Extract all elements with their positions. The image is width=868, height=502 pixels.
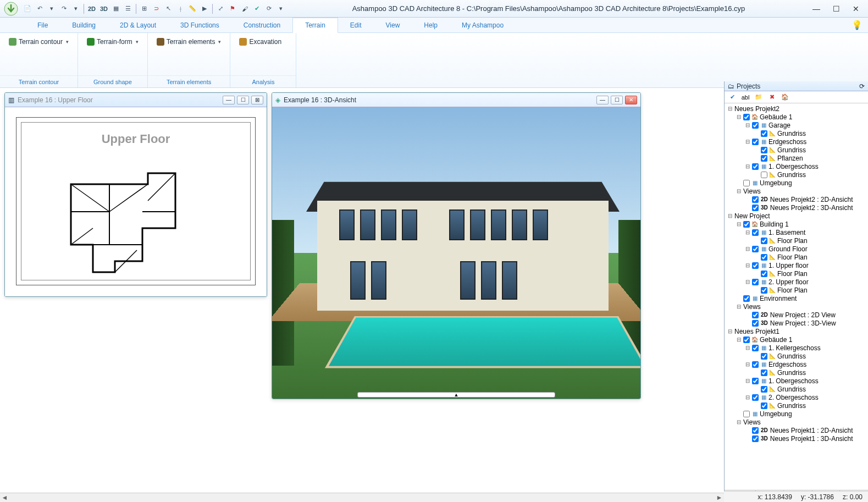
visibility-checkbox[interactable] xyxy=(761,130,767,137)
expand-icon[interactable]: ⊟ xyxy=(736,419,742,425)
tree-item[interactable]: ⊟Views xyxy=(725,187,868,195)
child-window-3d[interactable]: ◈ Example 16 : 3D-Ansicht — ☐ ✕ xyxy=(272,92,641,399)
qat-redo-icon[interactable]: ↷ xyxy=(58,3,69,14)
home-icon[interactable]: 🏠 xyxy=(779,92,790,102)
visibility-checkbox[interactable] xyxy=(761,238,767,244)
expand-icon[interactable]: ⊟ xyxy=(727,106,733,112)
menu-help[interactable]: Help xyxy=(412,18,450,32)
tree-item[interactable]: ⊟New Project xyxy=(725,212,868,220)
child-maximize-button[interactable]: ☐ xyxy=(611,96,623,104)
app-menu-button[interactable] xyxy=(2,0,20,18)
tree-item[interactable]: 2DNew Project : 2D View xyxy=(725,311,868,319)
visibility-checkbox[interactable] xyxy=(752,435,759,442)
menu-terrain[interactable]: Terrain xyxy=(292,18,338,33)
tree-item[interactable]: ⊟▦Erdgeschoss xyxy=(725,360,868,368)
qat-list-icon[interactable]: ☰ xyxy=(123,3,134,14)
visibility-checkbox[interactable] xyxy=(743,411,750,417)
tree-item[interactable]: 📐Floor Plan xyxy=(725,286,868,294)
scroll-thumb[interactable] xyxy=(9,493,715,502)
qat-check-icon[interactable]: ✔ xyxy=(251,3,262,14)
qat-magnet-icon[interactable]: ⊃ xyxy=(151,3,162,14)
qat-select-icon[interactable]: ▶ xyxy=(199,3,210,14)
expand-icon[interactable]: ⊟ xyxy=(736,188,742,194)
help-icon[interactable]: 💡 xyxy=(846,18,868,32)
visibility-checkbox[interactable] xyxy=(752,361,759,368)
visibility-checkbox[interactable] xyxy=(761,353,767,360)
expand-icon[interactable]: ⊟ xyxy=(744,229,751,235)
child-maximize-button[interactable]: ☐ xyxy=(237,96,249,104)
check-icon[interactable]: ✔ xyxy=(727,92,738,102)
expand-icon[interactable]: ⊟ xyxy=(744,139,751,145)
tree-item[interactable]: ⊟▦1. Kellergeschoss xyxy=(725,344,868,352)
visibility-checkbox[interactable] xyxy=(752,345,759,351)
qat-dropdown-icon[interactable]: ▾ xyxy=(70,3,81,14)
visibility-checkbox[interactable] xyxy=(752,394,759,401)
tree-item[interactable]: 📐Floor Plan xyxy=(725,236,868,245)
child-close-button[interactable]: ⊠ xyxy=(251,96,263,104)
tree-item[interactable]: ⊟▦1. Basement xyxy=(725,228,868,236)
tree-item[interactable]: 📐Pflanzen xyxy=(725,154,868,162)
tree-item[interactable]: ▦Umgebung xyxy=(725,410,868,418)
tree-item[interactable]: ⊟▦1. Obergeschoss xyxy=(725,377,868,385)
child-minimize-button[interactable]: — xyxy=(596,96,609,104)
tree-item[interactable]: ⊟Neues Projekt1 xyxy=(725,327,868,335)
visibility-checkbox[interactable] xyxy=(752,246,759,252)
visibility-checkbox[interactable] xyxy=(761,287,767,294)
tree-item[interactable]: ▦Environment xyxy=(725,294,868,302)
qat-undo-icon[interactable]: ↶ xyxy=(34,3,45,14)
expand-icon[interactable]: ⊟ xyxy=(744,361,751,367)
tree-item[interactable]: ⊟▦1. Upper floor xyxy=(725,261,868,269)
panel-pin-icon[interactable]: ⟳ xyxy=(859,82,865,90)
expand-icon[interactable]: ⊟ xyxy=(744,246,751,252)
tree-item[interactable]: 3DNeues Projekt2 : 3D-Ansicht xyxy=(725,203,868,212)
menu-edit[interactable]: Edit xyxy=(338,18,374,32)
visibility-checkbox[interactable] xyxy=(752,196,759,203)
ribbon-terrain-form-button[interactable]: Terrain-form▾ xyxy=(84,36,142,47)
expand-icon[interactable]: ⊟ xyxy=(744,378,751,384)
minimize-button[interactable]: — xyxy=(811,3,822,14)
ribbon-terrain-contour-button[interactable]: Terrain contour▾ xyxy=(5,36,72,47)
expand-icon[interactable]: ⊟ xyxy=(736,304,742,310)
visibility-checkbox[interactable] xyxy=(752,122,759,129)
expand-icon[interactable]: ⊟ xyxy=(744,394,751,400)
expand-icon[interactable]: ⊟ xyxy=(744,122,751,128)
tree-item[interactable]: 📐Grundriss xyxy=(725,385,868,393)
expand-icon[interactable]: ⊟ xyxy=(736,114,742,120)
tree-item[interactable]: 📐Grundriss xyxy=(725,401,868,410)
tree-item[interactable]: 3DNew Project : 3D-View xyxy=(725,319,868,327)
expand-icon[interactable]: ⊟ xyxy=(744,345,751,351)
menu-view[interactable]: View xyxy=(374,18,412,32)
ribbon-terrain-elements-button[interactable]: Terrain elements▾ xyxy=(153,36,225,47)
visibility-checkbox[interactable] xyxy=(752,427,759,434)
tree-item[interactable]: 📐Grundriss xyxy=(725,170,868,179)
qat-2d-button[interactable]: 2D xyxy=(86,3,97,14)
qat-new-icon[interactable]: 📄 xyxy=(22,3,33,14)
expand-icon[interactable]: ⊟ xyxy=(744,163,751,169)
visibility-checkbox[interactable] xyxy=(761,386,767,393)
ribbon-excavation-button[interactable]: Excavation xyxy=(236,36,285,47)
expand-icon[interactable]: ⊟ xyxy=(744,279,751,285)
visibility-checkbox[interactable] xyxy=(743,336,750,343)
viewport-3d[interactable]: ▲ xyxy=(272,107,640,399)
visibility-checkbox[interactable] xyxy=(752,279,759,285)
visibility-checkbox[interactable] xyxy=(752,139,759,145)
visibility-checkbox[interactable] xyxy=(743,180,750,186)
tree-item[interactable]: ▦Umgebung xyxy=(725,179,868,187)
tree-item[interactable]: 2DNeues Projekt1 : 2D-Ansicht xyxy=(725,426,868,434)
visibility-checkbox[interactable] xyxy=(761,402,767,409)
maximize-button[interactable]: ☐ xyxy=(831,3,842,14)
folder-icon[interactable]: 📁 xyxy=(753,92,764,102)
qat-paint-icon[interactable]: 🖌 xyxy=(239,3,250,14)
expand-icon[interactable]: ⊟ xyxy=(736,336,742,343)
close-button[interactable]: ✕ xyxy=(850,3,861,14)
tree-item[interactable]: 📐Grundriss xyxy=(725,352,868,360)
qat-grid-snap-icon[interactable]: ⊞ xyxy=(139,3,150,14)
qat-grid-icon[interactable]: ▦ xyxy=(110,3,121,14)
menu-construction[interactable]: Construction xyxy=(231,18,292,32)
visibility-checkbox[interactable] xyxy=(752,229,759,236)
visibility-checkbox[interactable] xyxy=(761,155,767,162)
viewport-2d[interactable]: Upper Floor xyxy=(5,107,267,296)
menu-file[interactable]: File xyxy=(25,18,60,32)
visibility-checkbox[interactable] xyxy=(743,221,750,228)
tree-item[interactable]: 📐Grundriss xyxy=(725,129,868,137)
